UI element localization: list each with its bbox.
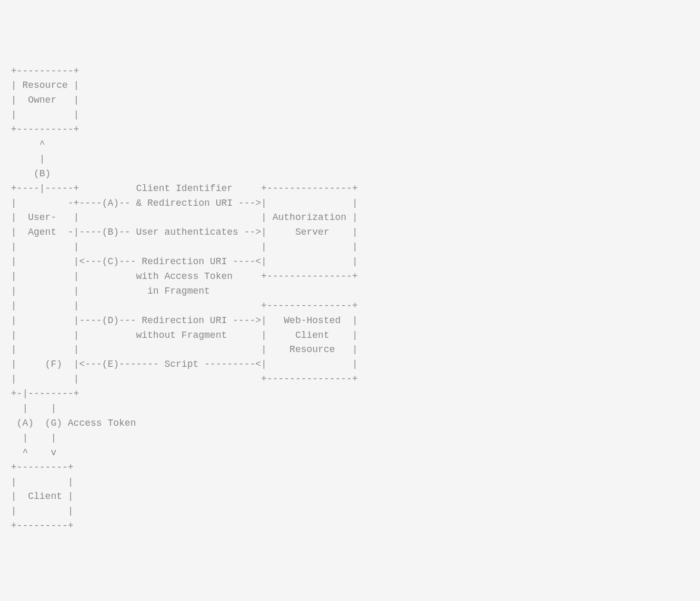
ascii-diagram: +----------+ | Resource | | Owner | | | … (5, 64, 695, 534)
